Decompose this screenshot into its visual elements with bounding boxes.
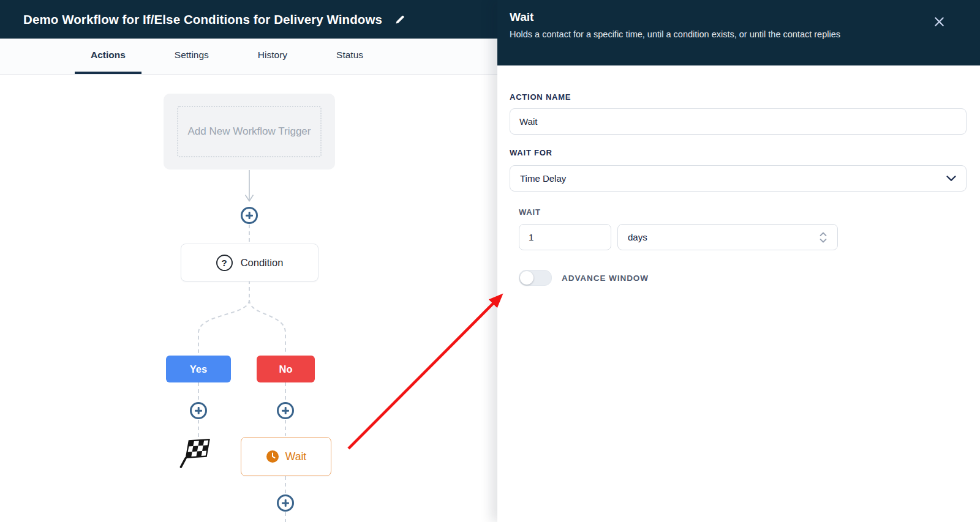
yes-branch-badge[interactable]: Yes — [166, 356, 231, 382]
panel-subtitle: Holds a contact for a specific time, unt… — [510, 29, 943, 39]
edit-title-icon[interactable] — [393, 13, 407, 26]
workflow-editor: Demo Workflow for If/Else Conditions for… — [0, 0, 497, 522]
close-icon — [933, 16, 945, 28]
chevron-down-icon — [946, 176, 956, 181]
close-panel-button[interactable] — [932, 15, 946, 28]
wait-label: WAIT — [519, 207, 967, 217]
panel-title: Wait — [510, 10, 943, 24]
stepper-arrows-icon — [819, 231, 827, 244]
wait-duration-section: WAIT days ADVANCE WINDOW — [519, 207, 967, 286]
advance-window-label: ADVANCE WINDOW — [562, 274, 649, 283]
workflow-title: Demo Workflow for If/Else Conditions for… — [23, 12, 382, 27]
tab-actions[interactable]: Actions — [75, 39, 141, 74]
condition-node[interactable]: Condition — [181, 244, 318, 282]
tab-bar: Actions Settings History Status — [0, 39, 497, 75]
action-name-input[interactable] — [510, 108, 967, 135]
workflow-canvas: Add New Workflow Trigger Condition Yes N… — [0, 75, 497, 522]
tab-status[interactable]: Status — [320, 39, 379, 74]
wait-for-label: WAIT FOR — [510, 148, 967, 157]
advance-window-toggle[interactable] — [519, 270, 552, 286]
tab-settings[interactable]: Settings — [159, 39, 225, 74]
end-of-workflow-flag-icon — [179, 437, 212, 470]
clock-icon — [266, 450, 279, 463]
add-step-button-bottom[interactable] — [277, 494, 294, 512]
add-step-button-no-branch[interactable] — [277, 402, 294, 419]
wait-for-selected-value: Time Delay — [520, 173, 566, 184]
wait-node-label: Wait — [285, 450, 306, 463]
wait-amount-input[interactable] — [519, 224, 611, 250]
panel-header: Wait Holds a contact for a specific time… — [497, 0, 980, 65]
no-branch-badge[interactable]: No — [257, 356, 315, 382]
wait-unit-selected-value: days — [628, 232, 647, 242]
tab-history[interactable]: History — [242, 39, 303, 74]
advance-window-row: ADVANCE WINDOW — [519, 270, 967, 286]
add-trigger-button[interactable]: Add New Workflow Trigger — [164, 94, 335, 170]
add-step-button-yes-branch[interactable] — [190, 402, 207, 419]
pencil-icon — [394, 14, 405, 25]
workflow-builder-app: Demo Workflow for If/Else Conditions for… — [0, 0, 980, 522]
add-trigger-label: Add New Workflow Trigger — [188, 124, 311, 140]
wait-unit-select[interactable]: days — [617, 224, 838, 250]
panel-body: ACTION NAME WAIT FOR Time Delay WAIT day… — [497, 92, 980, 286]
condition-node-label: Condition — [241, 257, 284, 269]
question-circle-icon — [216, 255, 233, 271]
workflow-title-bar: Demo Workflow for If/Else Conditions for… — [0, 0, 497, 39]
wait-for-select[interactable]: Time Delay — [510, 165, 967, 192]
wait-node[interactable]: Wait — [241, 437, 331, 476]
toggle-knob — [520, 271, 533, 285]
wait-settings-panel: Wait Holds a contact for a specific time… — [497, 0, 980, 522]
action-name-label: ACTION NAME — [510, 92, 967, 102]
add-step-button-top[interactable] — [241, 207, 258, 224]
